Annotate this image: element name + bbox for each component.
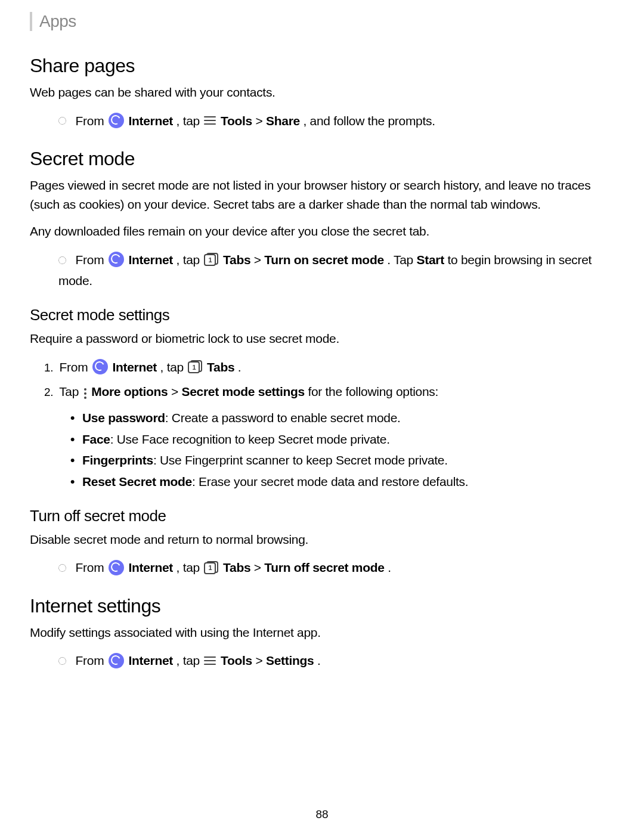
settings-step-2: 2. Tap More options > Secret mode settin… <box>58 381 614 492</box>
internet-icon <box>109 252 124 267</box>
internet-settings-step: From Internet , tap Tools > Settings . <box>58 650 614 671</box>
turn-off-step: From Internet , tap 1 Tabs > Turn off se… <box>58 557 614 578</box>
turn-off-secret-mode-heading: Turn off secret mode <box>30 507 614 525</box>
share-pages-intro: Web pages can be shared with your contac… <box>30 83 614 102</box>
circle-bullet-icon <box>58 256 66 264</box>
option-fingerprints: Fingerprints: Use Fingerprint scanner to… <box>82 450 614 471</box>
tabs-icon: 1 <box>204 561 218 574</box>
page-header: Apps <box>30 12 614 31</box>
internet-icon <box>92 359 108 374</box>
internet-settings-intro: Modify settings associated with using th… <box>30 623 614 642</box>
circle-bullet-icon <box>58 657 66 665</box>
page-number: 88 <box>0 808 644 821</box>
circle-bullet-icon <box>58 117 66 125</box>
secret-mode-settings-heading: Secret mode settings <box>30 306 614 324</box>
secret-mode-step: From Internet , tap 1 Tabs > Turn on sec… <box>58 249 614 292</box>
step-number: 1. <box>44 358 56 377</box>
secret-mode-note: Any downloaded files remain on your devi… <box>30 222 614 241</box>
settings-step-1: 1. From Internet , tap 1 Tabs . <box>58 357 614 378</box>
manual-page: Apps Share pages Web pages can be shared… <box>0 0 644 833</box>
option-face: Face: Use Face recognition to keep Secre… <box>82 429 614 450</box>
menu-icon <box>204 657 216 666</box>
internet-settings-heading: Internet settings <box>30 595 614 617</box>
secret-mode-heading: Secret mode <box>30 148 614 170</box>
header-title: Apps <box>39 12 76 30</box>
secret-mode-intro: Pages viewed in secret mode are not list… <box>30 176 614 213</box>
circle-bullet-icon <box>58 564 66 572</box>
share-pages-heading: Share pages <box>30 55 614 77</box>
tabs-icon: 1 <box>204 253 218 266</box>
internet-icon <box>109 560 124 575</box>
share-pages-step: From Internet , tap Tools > Share , and … <box>58 110 614 132</box>
secret-mode-settings-intro: Require a password or biometric lock to … <box>30 329 614 348</box>
tabs-icon: 1 <box>188 360 202 373</box>
option-use-password: Use password: Create a password to enabl… <box>82 407 614 429</box>
more-options-icon <box>83 386 87 398</box>
option-reset-secret-mode: Reset Secret mode: Erase your secret mod… <box>82 471 614 493</box>
menu-icon <box>204 116 216 126</box>
internet-icon <box>109 653 124 668</box>
turn-off-secret-mode-intro: Disable secret mode and return to normal… <box>30 530 614 549</box>
internet-icon <box>109 113 124 128</box>
step-number: 2. <box>44 383 56 402</box>
